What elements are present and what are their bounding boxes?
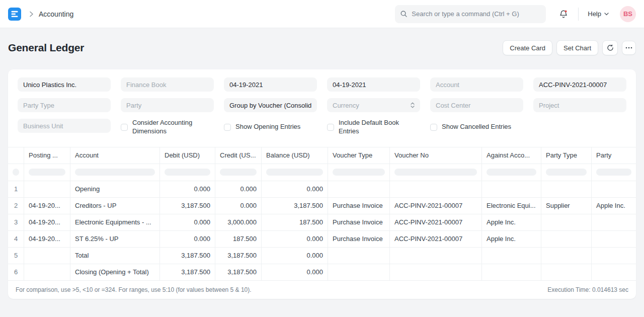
- table-cell-posting_date[interactable]: [24, 181, 70, 197]
- from-date-filter[interactable]: [224, 77, 317, 92]
- table-cell-against_account[interactable]: [482, 248, 541, 264]
- app-logo[interactable]: [8, 8, 21, 21]
- table-cell-debit[interactable]: 3,187.500: [160, 248, 215, 264]
- table-cell-credit[interactable]: 3,187.500: [215, 248, 262, 264]
- column-filter-input[interactable]: [394, 169, 477, 176]
- show-opening-entries-checkbox[interactable]: Show Opening Entries: [224, 119, 317, 136]
- column-filter-account[interactable]: [70, 164, 160, 181]
- table-cell-balance[interactable]: 0.000: [262, 231, 328, 247]
- help-menu[interactable]: Help: [588, 10, 609, 18]
- table-cell-against_account[interactable]: [482, 181, 541, 197]
- table-cell-debit[interactable]: 0.000: [160, 181, 215, 197]
- column-header-party_type[interactable]: Party Type: [541, 147, 592, 164]
- column-header-voucher_type[interactable]: Voucher Type: [328, 147, 390, 164]
- show-cancelled-entries-checkbox[interactable]: Show Cancelled Entries: [430, 119, 523, 136]
- global-search[interactable]: [395, 5, 546, 23]
- table-cell-against_account[interactable]: Apple Inc.: [482, 214, 541, 230]
- table-cell-credit[interactable]: 0.000: [215, 181, 262, 197]
- table-cell-account[interactable]: Creditors - UP: [70, 198, 160, 214]
- table-cell-voucher_no[interactable]: ACC-PINV-2021-00007: [390, 231, 482, 247]
- table-cell-balance[interactable]: 0.000: [262, 248, 328, 264]
- table-cell-account[interactable]: Total: [70, 248, 160, 264]
- table-cell-account[interactable]: Electronic Equipments - ...: [70, 214, 160, 230]
- group-by-filter[interactable]: [224, 98, 317, 112]
- table-cell-against_account[interactable]: Apple Inc.: [482, 231, 541, 247]
- project-filter[interactable]: [533, 98, 626, 112]
- table-cell-party_type[interactable]: [541, 181, 592, 197]
- table-cell-debit[interactable]: 0.000: [160, 214, 215, 230]
- column-header-balance[interactable]: Balance (USD): [262, 147, 328, 164]
- column-filter-input[interactable]: [487, 169, 536, 176]
- column-filter-input[interactable]: [333, 169, 385, 176]
- column-filter-credit[interactable]: [215, 164, 262, 181]
- column-filter-voucher_type[interactable]: [328, 164, 390, 181]
- table-cell-credit[interactable]: 187.500: [215, 231, 262, 247]
- table-cell-party[interactable]: [592, 214, 636, 230]
- table-cell-posting_date[interactable]: 04-19-20...: [24, 214, 70, 230]
- table-cell-debit[interactable]: 3,187.500: [160, 264, 215, 280]
- user-avatar[interactable]: BS: [620, 6, 636, 22]
- column-filter-against_account[interactable]: [482, 164, 541, 181]
- table-cell-voucher_no[interactable]: ACC-PINV-2021-00007: [390, 214, 482, 230]
- table-cell-voucher_no[interactable]: [390, 248, 482, 264]
- account-filter[interactable]: [430, 77, 523, 92]
- table-cell-posting_date[interactable]: 04-19-20...: [24, 231, 70, 247]
- table-cell-voucher_type[interactable]: [328, 248, 390, 264]
- table-cell-against_account[interactable]: Electronic Equi...: [482, 198, 541, 214]
- table-cell-debit[interactable]: 0.000: [160, 231, 215, 247]
- voucher-no-filter[interactable]: [533, 77, 626, 92]
- table-cell-party_type[interactable]: [541, 231, 592, 247]
- table-cell-account[interactable]: Opening: [70, 181, 160, 197]
- table-cell-party_type[interactable]: [541, 248, 592, 264]
- party-type-filter[interactable]: [18, 98, 111, 112]
- table-cell-debit[interactable]: 3,187.500: [160, 198, 215, 214]
- column-filter-input[interactable]: [546, 169, 587, 176]
- table-cell-balance[interactable]: 187.500: [262, 214, 328, 230]
- column-filter-input[interactable]: [29, 169, 65, 176]
- table-cell-posting_date[interactable]: [24, 248, 70, 264]
- table-cell-voucher_type[interactable]: [328, 181, 390, 197]
- column-header-credit[interactable]: Credit (US...: [215, 147, 262, 164]
- table-cell-credit[interactable]: 0.000: [215, 198, 262, 214]
- table-cell-voucher_no[interactable]: [390, 264, 482, 280]
- refresh-button[interactable]: [602, 40, 618, 55]
- to-date-filter[interactable]: [327, 77, 420, 92]
- business-unit-filter[interactable]: [18, 119, 111, 133]
- consider-accounting-dimensions-checkbox[interactable]: Consider Accounting Dimensions: [121, 119, 214, 136]
- table-cell-party[interactable]: [592, 248, 636, 264]
- table-cell-balance[interactable]: 3,187.500: [262, 198, 328, 214]
- table-cell-balance[interactable]: 0.000: [262, 264, 328, 280]
- column-filter-voucher_no[interactable]: [390, 164, 482, 181]
- column-header-party[interactable]: Party: [592, 147, 636, 164]
- column-filter-input[interactable]: [75, 169, 155, 176]
- column-header-index[interactable]: [8, 147, 24, 164]
- column-filter-input[interactable]: [13, 169, 19, 176]
- column-filter-input[interactable]: [165, 169, 210, 176]
- table-cell-party_type[interactable]: [541, 214, 592, 230]
- column-header-voucher_no[interactable]: Voucher No: [390, 147, 482, 164]
- table-cell-voucher_no[interactable]: [390, 181, 482, 197]
- search-input[interactable]: [412, 10, 541, 18]
- column-header-against_account[interactable]: Against Acco...: [482, 147, 541, 164]
- table-cell-credit[interactable]: 3,187.500: [215, 264, 262, 280]
- finance-book-filter[interactable]: [121, 77, 214, 92]
- table-cell-party_type[interactable]: [541, 264, 592, 280]
- table-cell-posting_date[interactable]: 04-19-20...: [24, 198, 70, 214]
- table-cell-voucher_type[interactable]: Purchase Invoice: [328, 198, 390, 214]
- column-filter-debit[interactable]: [160, 164, 215, 181]
- table-cell-party[interactable]: Apple Inc.: [592, 198, 636, 214]
- table-cell-balance[interactable]: 0.000: [262, 181, 328, 197]
- table-cell-account[interactable]: Closing (Opening + Total): [70, 264, 160, 280]
- table-cell-account[interactable]: ST 6.25% - UP: [70, 231, 160, 247]
- company-filter[interactable]: [18, 77, 111, 92]
- column-filter-balance[interactable]: [262, 164, 328, 181]
- currency-filter[interactable]: Currency: [327, 98, 420, 112]
- column-filter-input[interactable]: [266, 169, 323, 176]
- column-header-posting_date[interactable]: Posting ...: [24, 147, 70, 164]
- include-default-book-entries-checkbox[interactable]: Include Default Book Entries: [327, 119, 420, 136]
- party-filter[interactable]: [121, 98, 214, 112]
- column-filter-posting_date[interactable]: [24, 164, 70, 181]
- menu-button[interactable]: [622, 41, 636, 55]
- create-card-button[interactable]: Create Card: [503, 40, 552, 55]
- column-filter-index[interactable]: [8, 164, 24, 181]
